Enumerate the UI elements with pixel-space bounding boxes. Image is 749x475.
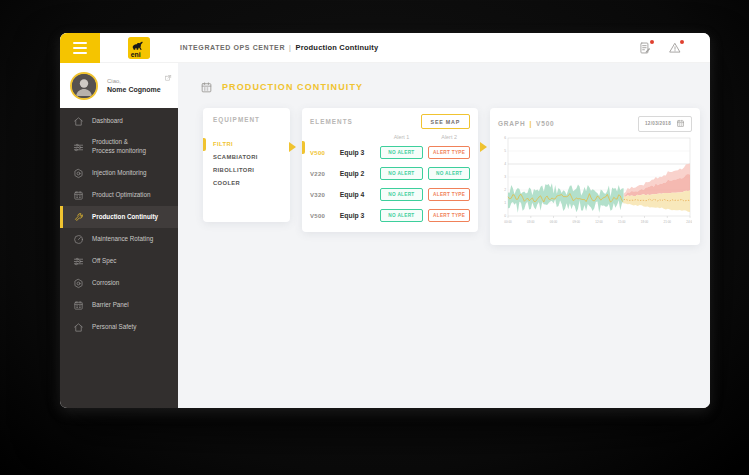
elements-selection-arrow-icon [480,142,487,152]
alert-1-badge[interactable]: NO ALERT [380,188,424,201]
equipment-selection-arrow-icon [289,142,296,152]
sidebar-item-label: Production &Process monitoring [92,138,146,156]
external-link-icon[interactable] [164,68,172,76]
equipment-item-filtri[interactable]: FILTRI [213,137,290,150]
alert-2-badge[interactable]: NO ALERT [428,167,470,180]
see-map-button[interactable]: SEE MAP [421,114,470,129]
profile-greeting: Ciao, [107,77,161,85]
calendar-icon [73,300,84,311]
column-header-alert-1: Alert 1 [380,134,424,140]
element-code: V500 [310,213,340,219]
svg-text:06:00: 06:00 [550,220,558,224]
graph-subtitle: V500 [536,120,554,127]
column-header-alert-2: Alert 2 [428,134,470,140]
date-picker[interactable]: 12/03/2018 [638,116,692,132]
elements-panel: ELEMENTS SEE MAP Alert 1 Alert 2 V500Equ… [302,108,478,232]
svg-text:2: 2 [504,188,506,192]
alerts-icon[interactable] [668,41,682,55]
equipment-item-cooler[interactable]: COOLER [213,176,290,189]
sidebar-item-label: Dashboard [92,117,123,126]
alerts-notification-dot [680,40,685,45]
svg-text:4: 4 [504,162,506,166]
sliders-icon [73,256,84,267]
alert-2-badge[interactable]: ALERT TYPE [428,209,470,222]
graph-title-label: GRAPH [498,120,525,127]
equipment-panel-title: EQUIPMENT [213,116,290,123]
sidebar: Ciao, Nome Cognome DashboardProduction &… [60,63,178,408]
equipment-active-indicator [203,138,206,151]
element-name: Equip 4 [340,191,380,198]
sidebar-item-personal-safety[interactable]: Personal Safety [60,316,178,338]
date-picker-value: 12/03/2018 [645,121,671,126]
svg-text:6: 6 [504,136,506,140]
profile-name: Nome Cognome [107,85,161,94]
sidebar-item-label: Barrier Panel [92,301,129,310]
sidebar-item-off-spec[interactable]: Off Spec [60,250,178,272]
notes-notification-dot [650,40,655,45]
main-content: PRODUCTION CONTINUITY EQUIPMENT FILTRISC… [178,63,710,408]
hamburger-menu-button[interactable] [60,33,100,63]
wrench-icon [73,212,84,223]
app-window: eni INTEGRATED OPS CENTER | Production C… [60,33,710,408]
alert-2-badge[interactable]: ALERT TYPE [428,146,470,159]
nut-icon [73,168,84,179]
elements-panel-title: ELEMENTS [310,118,353,125]
svg-text:00:00: 00:00 [504,220,512,224]
alert-2-badge[interactable]: ALERT TYPE [428,188,470,201]
graph-title-separator: | [529,120,532,127]
element-row-v500-0[interactable]: V500Equip 3NO ALERTALERT TYPE [310,142,470,163]
sidebar-item-production-continuity[interactable]: Production Continuity [60,206,178,228]
svg-text:1: 1 [504,201,506,205]
sidebar-item-corrosion[interactable]: Corrosion [60,272,178,294]
page-title: PRODUCTION CONTINUITY [200,80,363,93]
sidebar-item-maintenance-rotating[interactable]: Maintenance Rotating [60,228,178,250]
page-title-label: PRODUCTION CONTINUITY [222,82,363,92]
breadcrumb-app-name: INTEGRATED OPS CENTER [180,44,285,51]
equipment-item-ribollitori[interactable]: RIBOLLITORI [213,163,290,176]
production-trend-chart: 012345600:0003:0006:0009:0012:0015:0018:… [498,136,692,236]
element-code: V500 [310,150,340,156]
sidebar-item-label: Product Optimization [92,191,150,200]
svg-text:0: 0 [504,214,506,218]
graph-panel: GRAPH | V500 12/03/2018 012345600:0003:0… [490,108,700,245]
svg-text:15:00: 15:00 [618,220,626,224]
sidebar-item-production-process-monitoring[interactable]: Production &Process monitoring [60,132,178,162]
elements-column-headers: Alert 1 Alert 2 [310,132,470,142]
element-name: Equip 3 [340,212,380,219]
sidebar-item-label: Off Spec [92,257,116,266]
elements-rows: V500Equip 3NO ALERTALERT TYPEV220Equip 2… [310,142,470,226]
svg-text:18:00: 18:00 [641,220,649,224]
element-code: V320 [310,192,340,198]
nut-icon [73,278,84,289]
sidebar-item-label: Production Continuity [92,213,158,222]
sidebar-item-dashboard[interactable]: Dashboard [60,110,178,132]
elements-active-indicator [302,141,305,154]
avatar[interactable] [70,72,98,100]
equipment-panel: EQUIPMENT FILTRISCAMBIATORIRIBOLLITORICO… [203,108,290,222]
element-code: V220 [310,171,340,177]
svg-text:24:00: 24:00 [686,220,692,224]
user-profile[interactable]: Ciao, Nome Cognome [60,63,178,108]
element-row-v320-2[interactable]: V320Equip 4NO ALERTALERT TYPE [310,184,470,205]
sidebar-menu: DashboardProduction &Process monitoringI… [60,108,178,338]
sidebar-item-label: Personal Safety [92,323,136,332]
notes-icon[interactable] [638,41,652,55]
equipment-item-scambiatori[interactable]: SCAMBIATORI [213,150,290,163]
alert-1-badge[interactable]: NO ALERT [380,146,424,159]
element-name: Equip 2 [340,170,380,177]
svg-text:09:00: 09:00 [573,220,581,224]
top-bar: eni INTEGRATED OPS CENTER | Production C… [60,33,710,63]
page-background: eni INTEGRATED OPS CENTER | Production C… [0,0,749,475]
element-name: Equip 3 [340,149,380,156]
sidebar-item-barrier-panel[interactable]: Barrier Panel [60,294,178,316]
sidebar-item-product-optimization[interactable]: Product Optimization [60,184,178,206]
home-icon [73,322,84,333]
element-row-v500-3[interactable]: V500Equip 3NO ALERTALERT TYPE [310,205,470,226]
sidebar-item-label: Corrosion [92,279,119,288]
breadcrumb-separator: | [289,44,291,51]
svg-text:12:00: 12:00 [595,220,603,224]
alert-1-badge[interactable]: NO ALERT [380,167,424,180]
element-row-v220-1[interactable]: V220Equip 2NO ALERTNO ALERT [310,163,470,184]
sidebar-item-injection-monitoring[interactable]: Injection Monitoring [60,162,178,184]
alert-1-badge[interactable]: NO ALERT [380,209,424,222]
